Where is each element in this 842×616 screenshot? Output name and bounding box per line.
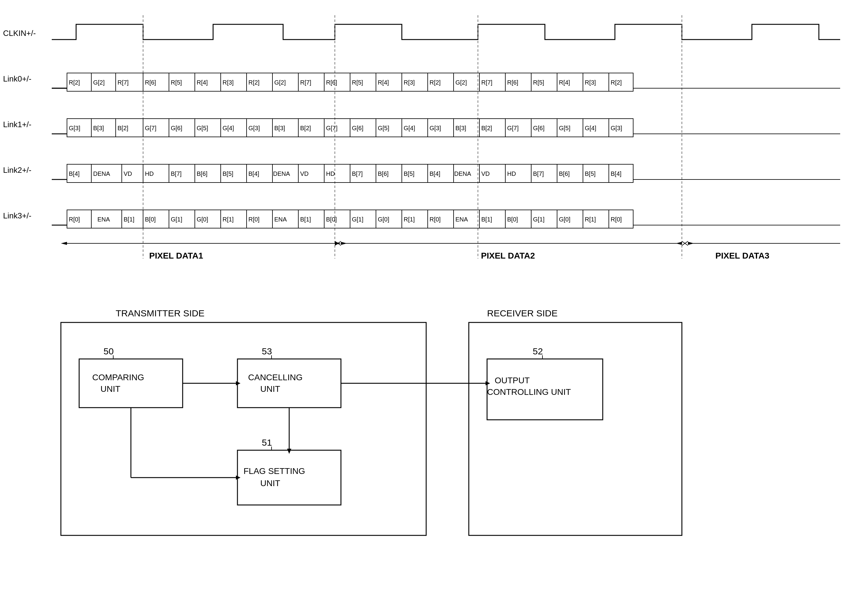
link1-label: Link1+/- — [3, 120, 31, 129]
receiver-box — [469, 323, 682, 535]
link3-r0-2-text: R[0] — [248, 216, 260, 223]
link2-dena-1-text: DENA — [93, 170, 110, 177]
link2-dena-3-text: DENA — [454, 170, 471, 177]
link3-r1-1-text: R[1] — [222, 216, 234, 223]
link0-r3-2-text: R[3] — [404, 79, 415, 86]
link3-b0-3-text: B[0] — [507, 216, 518, 223]
link1-g4-2-text: G[4] — [404, 125, 415, 131]
link3-g0-3-text: G[0] — [559, 216, 570, 223]
link1-b3-3-text: B[3] — [456, 125, 466, 131]
cancelling-unit-text1: CANCELLING — [248, 373, 303, 382]
pixel-data2-arrow-left — [341, 242, 347, 245]
timing-diagram: CLKIN+/- Link0+/- Link1+/- Link2+/- Link… — [0, 0, 842, 292]
link0-r2-2-text: R[2] — [248, 79, 260, 86]
link0-label: Link0+/- — [3, 74, 31, 84]
cancelling-unit-box — [237, 359, 341, 408]
link0-r4-3-text: R[4] — [559, 79, 570, 86]
link2-vd-1-text: VD — [123, 170, 132, 177]
link1-g4-1-text: G[4] — [222, 125, 234, 131]
link0-r5-3-text: R[5] — [533, 79, 544, 86]
link2-b7-3-text: B[7] — [533, 170, 544, 177]
link0-g2-1-text: G[2] — [93, 79, 105, 86]
link1-b2-3-text: B[2] — [481, 125, 492, 131]
link3-ena-1-text: ENA — [97, 216, 110, 223]
clkin-label: CLKIN+/- — [3, 29, 36, 38]
link0-g2-3-text: G[2] — [456, 79, 467, 86]
link3-g1-2-text: G[1] — [352, 216, 363, 223]
link1-g7-3-text: G[7] — [507, 125, 519, 131]
link3-b1-3-text: B[1] — [481, 216, 492, 223]
link2-b4-4-text: B[4] — [611, 170, 622, 177]
link3-g0-1-text: G[0] — [197, 216, 208, 223]
link1-g5-3-text: G[5] — [559, 125, 570, 131]
link2-b4-3-text: B[4] — [429, 170, 441, 177]
link0-r5-2-text: R[5] — [352, 79, 363, 86]
link3-g1-1-text: G[1] — [171, 216, 182, 223]
link1-b3-2-text: B[3] — [274, 125, 285, 131]
flag-setting-unit-box — [237, 450, 341, 505]
link3-b1-1-text: B[1] — [123, 216, 135, 223]
link3-b0-2-text: B[0] — [326, 216, 337, 223]
cancelling-unit-text2: UNIT — [260, 384, 280, 394]
comparing-unit-box — [79, 359, 183, 408]
link3-b0-1-text: B[0] — [145, 216, 156, 223]
link0-g2-2-text: G[2] — [274, 79, 286, 86]
link0-r3-1-text: R[3] — [222, 79, 234, 86]
link0-r4-1-text: R[4] — [197, 79, 208, 86]
link3-g1-3-text: G[1] — [533, 216, 545, 223]
link2-hd-3-text: HD — [507, 170, 516, 177]
compare-to-cancel-arrow — [236, 381, 241, 386]
link3-ena-3-text: ENA — [456, 216, 468, 223]
cancelling-unit-number: 53 — [262, 346, 272, 356]
link2-b6-2-text: B[6] — [378, 170, 389, 177]
flag-setting-unit-text2: UNIT — [260, 478, 280, 488]
link2-b4-1-text: B[4] — [69, 170, 80, 177]
link3-ena-2-text: ENA — [274, 216, 287, 223]
link2-b4-2-text: B[4] — [248, 170, 259, 177]
link2-hd-1-text: HD — [145, 170, 154, 177]
link2-label: Link2+/- — [3, 166, 31, 175]
link1-g3-2-text: G[3] — [248, 125, 260, 131]
link1-g6-2-text: G[6] — [352, 125, 363, 131]
link1-g7-2-text: G[7] — [326, 125, 338, 131]
link0-r7-1-text: R[7] — [118, 79, 129, 86]
link2-b6-1-text: B[6] — [197, 170, 207, 177]
link1-g3-1-text: G[3] — [69, 125, 80, 131]
pixel-data1-arrow-left — [61, 242, 67, 245]
diagram-container: CLKIN+/- Link0+/- Link1+/- Link2+/- Link… — [0, 0, 842, 616]
link1-g6-3-text: G[6] — [533, 125, 545, 131]
comparing-unit-text1: COMPARING — [92, 373, 144, 382]
link2-dena-2-text: DENA — [273, 170, 290, 177]
link3-b1-2-text: B[1] — [300, 216, 311, 223]
transmitter-label: TRANSMITTER SIDE — [116, 308, 204, 318]
link0-r2-4-text: R[2] — [611, 79, 622, 86]
comparing-unit-number: 50 — [103, 346, 113, 356]
link0-r5-1-text: R[5] — [171, 79, 182, 86]
transmitter-box — [61, 323, 426, 535]
link3-label: Link3+/- — [3, 211, 31, 220]
comparing-unit-text2: UNIT — [100, 384, 120, 394]
link1-g3-3-text: G[3] — [429, 125, 441, 131]
link2-b5-1-text: B[5] — [222, 170, 234, 177]
link1-g5-2-text: G[5] — [378, 125, 389, 131]
pixel-data2-arrow-right — [676, 242, 682, 245]
link2-b5-2-text: B[5] — [404, 170, 414, 177]
link3-r0-1-text: R[0] — [69, 216, 80, 223]
cancel-to-flag-arrow — [287, 449, 291, 454]
pixel-data3-arrow-left — [688, 242, 694, 245]
output-unit-text1: OUTPUT — [495, 376, 530, 385]
link0-r3-3-text: R[3] — [585, 79, 596, 86]
flag-setting-unit-text1: FLAG SETTING — [244, 466, 305, 476]
block-diagram: TRANSMITTER SIDE RECEIVER SIDE COMPARING… — [0, 298, 842, 610]
link1-g7-1-text: G[7] — [145, 125, 156, 131]
pixel-data1-label: PIXEL DATA1 — [149, 251, 203, 260]
link0-r7-3-text: R[7] — [481, 79, 492, 86]
link0-r2-3-text: R[2] — [429, 79, 441, 86]
flag-setting-unit-number: 51 — [262, 437, 272, 447]
cancel-to-output-arrow — [485, 381, 490, 386]
output-unit-number: 52 — [533, 346, 543, 356]
link3-g0-2-text: G[0] — [378, 216, 389, 223]
link1-g5-1-text: G[5] — [197, 125, 208, 131]
link3-r1-2-text: R[1] — [404, 216, 415, 223]
output-unit-text2: CONTROLLING UNIT — [487, 387, 571, 397]
